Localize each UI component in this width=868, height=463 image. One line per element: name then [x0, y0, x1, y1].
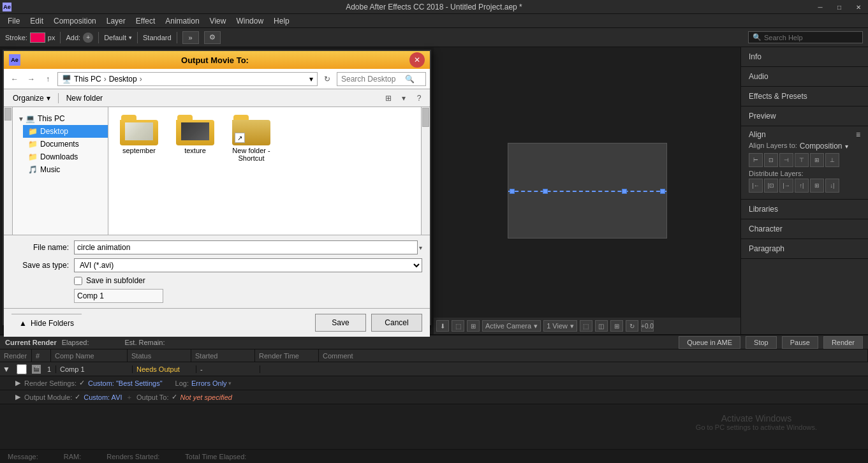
render-button[interactable]: Render	[823, 336, 863, 349]
file-item-texture[interactable]: texture	[170, 112, 221, 165]
save-button[interactable]: Save	[315, 314, 366, 332]
info-panel-item[interactable]: Info	[741, 47, 868, 67]
effects-presets-item[interactable]: Effects & Presets	[741, 87, 868, 107]
files-scrollbar[interactable]	[421, 107, 430, 235]
search-desktop-input[interactable]	[341, 75, 405, 84]
new-folder-button[interactable]: New folder	[61, 92, 108, 104]
render-settings-value[interactable]: Custom: "Best Settings"	[88, 379, 163, 387]
safe-zones-btn[interactable]: ⬚	[452, 320, 464, 332]
sidebar-documents[interactable]: 📁 Documents	[23, 138, 108, 151]
grid-btn[interactable]: ⊞	[467, 320, 480, 332]
chevron-down-icon[interactable]: ▾	[129, 34, 132, 41]
stroke-color-box[interactable]	[30, 33, 45, 43]
refresh-button[interactable]: ↻	[320, 72, 334, 86]
paragraph-panel-item[interactable]: Paragraph	[741, 239, 868, 259]
chevron-down-icon[interactable]: ▾	[845, 143, 848, 150]
scroll-thumb[interactable]	[4, 108, 11, 121]
align-top-btn[interactable]: ⊤	[795, 153, 809, 167]
dialog-close-button[interactable]: ✕	[409, 52, 425, 68]
row-expand[interactable]: ▼	[0, 365, 13, 374]
sidebar-music[interactable]: 🎵 Music	[23, 163, 108, 176]
stop-button[interactable]: Stop	[746, 336, 777, 349]
view-dropdown[interactable]: 1 View ▾	[543, 320, 577, 332]
output-to-value[interactable]: Not yet specified	[180, 393, 232, 401]
add-icon[interactable]: +	[83, 33, 93, 43]
align-bottom-btn[interactable]: ⊥	[825, 153, 839, 167]
path-desktop[interactable]: Desktop	[109, 75, 137, 84]
close-button[interactable]: ✕	[849, 0, 868, 14]
dropdown-icon[interactable]: ▾	[419, 244, 422, 251]
camera-dropdown[interactable]: Active Camera ▾	[482, 320, 541, 332]
log-dropdown[interactable]: Errors Only ▾	[191, 379, 232, 387]
subfolder-checkbox[interactable]	[74, 277, 82, 285]
cancel-button[interactable]: Cancel	[371, 314, 422, 332]
menu-file[interactable]: File	[3, 14, 25, 28]
path-handle-right[interactable]	[660, 189, 665, 194]
plus-label[interactable]: +0.0	[641, 320, 654, 332]
menu-effect[interactable]: Effect	[131, 14, 160, 28]
dist-bottom-btn[interactable]: ↓|	[825, 179, 839, 193]
menu-edit[interactable]: Edit	[25, 14, 48, 28]
menu-view[interactable]: View	[205, 14, 232, 28]
savetype-select[interactable]: AVI (*.avi)	[74, 258, 422, 272]
sidebar-downloads[interactable]: 📁 Downloads	[23, 151, 108, 163]
menu-help[interactable]: Help	[268, 14, 295, 28]
menu-window[interactable]: Window	[231, 14, 268, 28]
pause-button[interactable]: Pause	[782, 336, 818, 349]
dist-right-btn[interactable]: |→	[779, 179, 793, 193]
align-left-btn[interactable]: ⊢	[749, 153, 763, 167]
scroll-thumb[interactable]	[422, 108, 429, 127]
filename-input[interactable]	[74, 240, 418, 254]
file-item-newfolder[interactable]: ↗ New folder - Shortcut	[226, 112, 277, 165]
workspace-settings-button[interactable]: ⚙	[204, 31, 221, 44]
3d-view2[interactable]: ⊞	[610, 320, 623, 332]
path-handle-mid2[interactable]	[622, 189, 627, 194]
align-vcenter-btn[interactable]: ⊞	[810, 153, 824, 167]
sidebar-thispc[interactable]: ▼ 💻 This PC	[13, 112, 108, 125]
align-right-btn[interactable]: ⊣	[779, 153, 793, 167]
workspace-expand-button[interactable]: »	[182, 31, 199, 44]
sidebar-desktop[interactable]: 📁 Desktop	[23, 125, 108, 138]
file-item-september[interactable]: september	[114, 112, 165, 165]
chevron-down-icon[interactable]: ▾	[309, 75, 313, 84]
hide-folders-button[interactable]: ▲ Hide Folders	[11, 314, 82, 332]
expand-icon[interactable]: ▶	[15, 379, 20, 387]
menu-composition[interactable]: Composition	[48, 14, 101, 28]
dist-hcenter-btn[interactable]: |⊡	[764, 179, 778, 193]
dist-vcenter-btn[interactable]: ⊞	[810, 179, 824, 193]
dist-left-btn[interactable]: |←	[749, 179, 763, 193]
queue-ame-button[interactable]: Queue in AME	[679, 336, 740, 349]
help-icon[interactable]: ?	[412, 91, 426, 105]
align-hcenter-btn[interactable]: ⊡	[764, 153, 778, 167]
back-button[interactable]: ←	[8, 72, 22, 86]
organize-button[interactable]: Organize ▾	[8, 92, 55, 104]
plus-icon[interactable]: +	[128, 393, 131, 401]
dist-top-btn[interactable]: ↑|	[795, 179, 809, 193]
character-panel-item[interactable]: Character	[741, 219, 868, 239]
up-button[interactable]: ↑	[41, 72, 55, 86]
search-input[interactable]	[764, 34, 853, 41]
align-menu-icon[interactable]: ≡	[856, 130, 860, 139]
minimize-button[interactable]: ─	[811, 0, 830, 14]
path-handle-left[interactable]	[510, 189, 515, 194]
path-handle-mid1[interactable]	[543, 189, 548, 194]
3d-view1[interactable]: ◫	[595, 320, 608, 332]
menu-layer[interactable]: Layer	[101, 14, 131, 28]
preview-panel-item[interactable]: Preview	[741, 107, 868, 126]
camera-settings-btn[interactable]: ⬇	[436, 320, 449, 332]
3d-btn[interactable]: ⬚	[580, 320, 592, 332]
sidebar-scrollbar[interactable]	[4, 107, 13, 235]
view-icon[interactable]: ⊞	[381, 91, 395, 105]
forward-button[interactable]: →	[24, 72, 38, 86]
view-dropdown[interactable]: ▾	[397, 91, 411, 105]
libraries-panel-item[interactable]: Libraries	[741, 200, 868, 219]
menu-animation[interactable]: Animation	[160, 14, 204, 28]
restore-button[interactable]: □	[830, 0, 849, 14]
subfolder-input[interactable]	[74, 289, 163, 303]
path-thispc[interactable]: This PC	[74, 75, 101, 84]
rotate-btn[interactable]: ↻	[626, 320, 638, 332]
expand-icon[interactable]: ▶	[15, 393, 20, 401]
row-checkbox[interactable]	[17, 364, 27, 374]
audio-panel-item[interactable]: Audio	[741, 67, 868, 87]
output-module-value[interactable]: Custom: AVI	[84, 393, 122, 401]
